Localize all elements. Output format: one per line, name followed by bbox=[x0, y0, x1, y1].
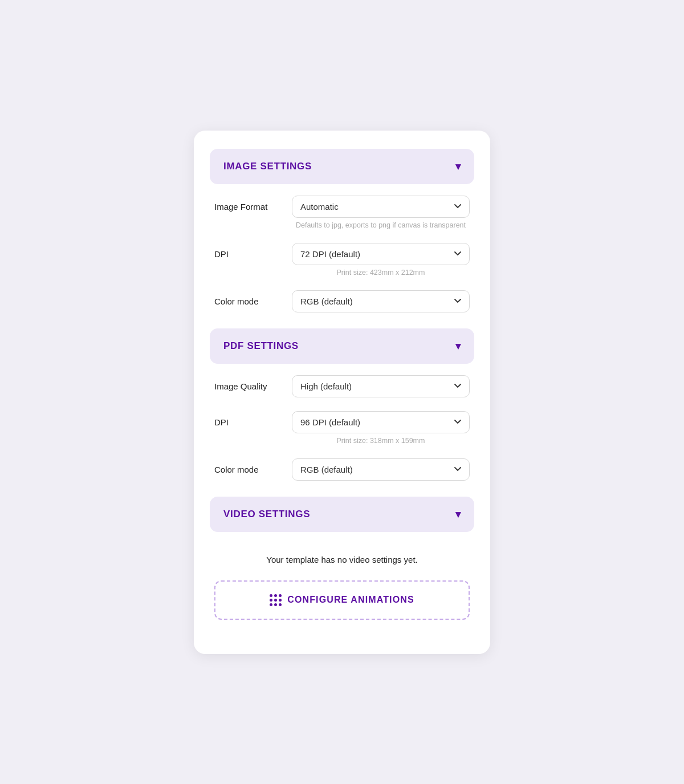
pdf-settings-section: PDF SETTINGS ▾ Image Quality High (defau… bbox=[210, 328, 474, 481]
image-settings-header[interactable]: IMAGE SETTINGS ▾ bbox=[210, 149, 474, 184]
image-dpi-label: DPI bbox=[214, 249, 283, 259]
image-format-hint: Defaults to jpg, exports to png if canva… bbox=[214, 221, 470, 229]
image-dpi-row: DPI 72 DPI (default) 96 DPI 150 DPI 300 … bbox=[214, 243, 470, 277]
video-settings-section: VIDEO SETTINGS ▾ Your template has no vi… bbox=[210, 497, 474, 620]
pdf-colormode-label: Color mode bbox=[214, 465, 283, 474]
video-empty-text: Your template has no video settings yet. bbox=[214, 543, 470, 580]
pdf-colormode-row: Color mode RGB (default) CMYK Grayscale bbox=[214, 458, 470, 481]
image-format-select[interactable]: Automatic JPG PNG bbox=[292, 196, 470, 218]
configure-animations-label: CONFIGURE ANIMATIONS bbox=[287, 595, 414, 605]
image-settings-body: Image Format Automatic JPG PNG Defaults … bbox=[210, 196, 474, 312]
image-dpi-hint: Print size: 423mm x 212mm bbox=[214, 269, 470, 277]
image-settings-title: IMAGE SETTINGS bbox=[223, 161, 312, 172]
pdf-dpi-select[interactable]: 96 DPI (default) 72 DPI 150 DPI 300 DPI bbox=[292, 411, 470, 433]
image-settings-chevron: ▾ bbox=[455, 160, 461, 173]
image-settings-section: IMAGE SETTINGS ▾ Image Format Automatic … bbox=[210, 149, 474, 312]
pdf-colormode-select[interactable]: RGB (default) CMYK Grayscale bbox=[292, 458, 470, 481]
image-colormode-select[interactable]: RGB (default) CMYK Grayscale bbox=[292, 290, 470, 312]
pdf-settings-title: PDF SETTINGS bbox=[223, 340, 299, 352]
configure-animations-button[interactable]: CONFIGURE ANIMATIONS bbox=[214, 580, 470, 620]
image-colormode-row: Color mode RGB (default) CMYK Grayscale bbox=[214, 290, 470, 312]
video-settings-title: VIDEO SETTINGS bbox=[223, 509, 310, 520]
pdf-imagequality-row: Image Quality High (default) Medium Low bbox=[214, 375, 470, 397]
pdf-dpi-hint: Print size: 318mm x 159mm bbox=[214, 437, 470, 445]
pdf-imagequality-label: Image Quality bbox=[214, 381, 283, 391]
image-colormode-label: Color mode bbox=[214, 296, 283, 306]
video-settings-header[interactable]: VIDEO SETTINGS ▾ bbox=[210, 497, 474, 532]
image-dpi-select[interactable]: 72 DPI (default) 96 DPI 150 DPI 300 DPI bbox=[292, 243, 470, 265]
video-settings-chevron: ▾ bbox=[455, 508, 461, 521]
pdf-settings-chevron: ▾ bbox=[455, 340, 461, 352]
pdf-imagequality-select[interactable]: High (default) Medium Low bbox=[292, 375, 470, 397]
image-format-row: Image Format Automatic JPG PNG Defaults … bbox=[214, 196, 470, 229]
settings-card: IMAGE SETTINGS ▾ Image Format Automatic … bbox=[194, 131, 490, 654]
pdf-dpi-label: DPI bbox=[214, 417, 283, 427]
image-format-label: Image Format bbox=[214, 202, 283, 212]
video-settings-body: Your template has no video settings yet.… bbox=[210, 543, 474, 620]
pdf-settings-body: Image Quality High (default) Medium Low … bbox=[210, 375, 474, 481]
pdf-dpi-row: DPI 96 DPI (default) 72 DPI 150 DPI 300 … bbox=[214, 411, 470, 445]
configure-animations-icon bbox=[270, 594, 282, 606]
pdf-settings-header[interactable]: PDF SETTINGS ▾ bbox=[210, 328, 474, 364]
